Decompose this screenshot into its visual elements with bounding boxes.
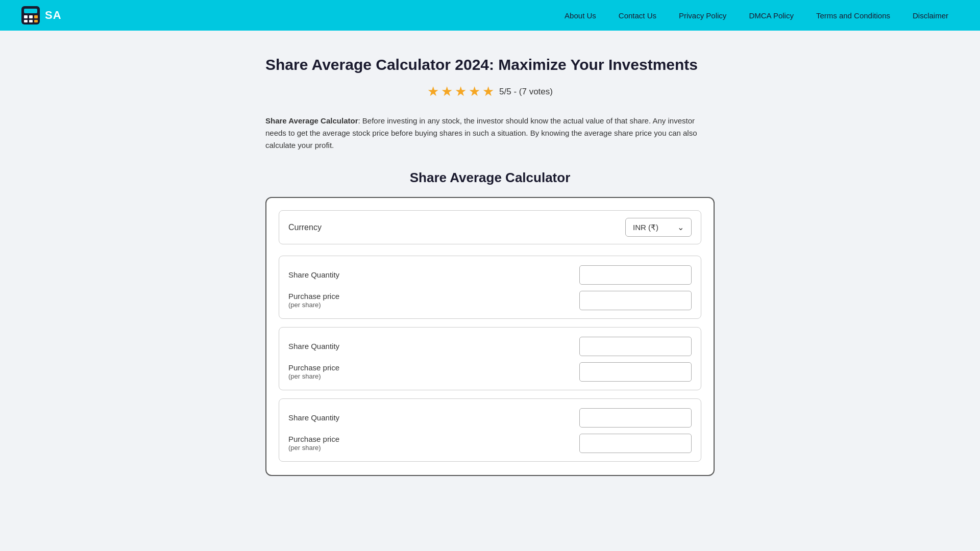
currency-row: Currency INR (₹) ⌄ — [279, 210, 701, 244]
svg-rect-2 — [24, 15, 28, 18]
qty-input-1[interactable] — [579, 265, 692, 285]
price-label-1: Purchase price (per share) — [288, 291, 339, 310]
chevron-down-icon: ⌄ — [677, 222, 684, 232]
qty-row-3: Share Quantity — [288, 408, 692, 428]
nav-about[interactable]: About Us — [553, 11, 607, 20]
qty-label-1: Share Quantity — [288, 270, 339, 280]
price-label-3: Purchase price (per share) — [288, 434, 339, 453]
logo-icon — [20, 5, 41, 26]
svg-rect-4 — [34, 15, 38, 18]
currency-label: Currency — [288, 223, 322, 232]
price-row-1: Purchase price (per share) — [288, 291, 692, 310]
svg-rect-3 — [29, 15, 33, 18]
entry-block-2: Share Quantity Purchase price (per share… — [279, 327, 701, 390]
currency-value: INR (₹) — [633, 223, 658, 232]
rating-text: 5/5 - (7 votes) — [499, 87, 553, 97]
svg-rect-5 — [24, 20, 28, 22]
page-title: Share Average Calculator 2024: Maximize … — [265, 56, 715, 73]
nav-contact[interactable]: Contact Us — [607, 11, 668, 20]
qty-label-3: Share Quantity — [288, 413, 339, 423]
entry-block-1: Share Quantity Purchase price (per share… — [279, 256, 701, 319]
svg-rect-1 — [24, 9, 37, 13]
qty-input-2[interactable] — [579, 337, 692, 356]
svg-rect-7 — [34, 20, 38, 22]
qty-label-2: Share Quantity — [288, 341, 339, 352]
stars: ★ ★ ★ ★ ★ — [427, 84, 494, 99]
price-input-1[interactable] — [579, 291, 692, 310]
svg-rect-6 — [29, 20, 33, 22]
qty-row-2: Share Quantity — [288, 337, 692, 356]
qty-row-1: Share Quantity — [288, 265, 692, 285]
star-3: ★ — [455, 84, 467, 99]
nav-disclaimer[interactable]: Disclaimer — [901, 11, 960, 20]
intro-text: Share Average Calculator: Before investi… — [265, 115, 715, 152]
price-input-3[interactable] — [579, 434, 692, 453]
entry-block-3: Share Quantity Purchase price (per share… — [279, 398, 701, 462]
currency-select[interactable]: INR (₹) ⌄ — [625, 218, 692, 237]
header: SACALCULATOR About Us Contact Us Privacy… — [0, 0, 980, 31]
main-nav: About Us Contact Us Privacy Policy DMCA … — [553, 11, 960, 20]
price-row-3: Purchase price (per share) — [288, 434, 692, 453]
logo-text: SACALCULATOR — [45, 9, 143, 22]
star-2: ★ — [441, 84, 453, 99]
calc-section-title: Share Average Calculator — [265, 170, 715, 186]
price-label-2: Purchase price (per share) — [288, 363, 339, 381]
star-1: ★ — [427, 84, 439, 99]
logo[interactable]: SACALCULATOR — [20, 5, 143, 26]
star-4: ★ — [469, 84, 480, 99]
nav-dmca[interactable]: DMCA Policy — [738, 11, 805, 20]
price-row-2: Purchase price (per share) — [288, 362, 692, 382]
rating-area: ★ ★ ★ ★ ★ 5/5 - (7 votes) — [265, 84, 715, 99]
nav-terms[interactable]: Terms and Conditions — [805, 11, 901, 20]
nav-privacy[interactable]: Privacy Policy — [668, 11, 738, 20]
price-input-2[interactable] — [579, 362, 692, 382]
calculator-card: Currency INR (₹) ⌄ Share Quantity Purcha… — [265, 197, 715, 476]
content-wrapper: Share Average Calculator 2024: Maximize … — [255, 31, 725, 507]
star-5: ★ — [482, 84, 494, 99]
qty-input-3[interactable] — [579, 408, 692, 428]
